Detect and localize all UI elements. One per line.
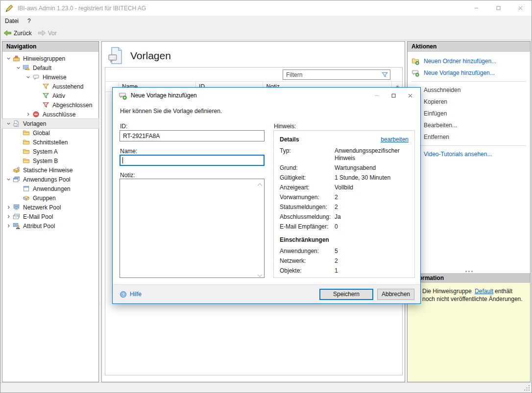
- nav-item-label: Abgeschlossen: [52, 102, 92, 109]
- maximize-button[interactable]: [487, 0, 509, 16]
- help-label: Hilfe: [130, 291, 142, 298]
- detail-value: 5: [335, 248, 409, 255]
- name-label: Name:: [120, 148, 137, 155]
- action-label: Einfügen: [424, 110, 447, 117]
- back-arrow-icon: [3, 29, 12, 37]
- default-link[interactable]: Default: [475, 288, 493, 295]
- resize-grip[interactable]: [524, 385, 530, 391]
- menu-help[interactable]: ?: [23, 17, 35, 25]
- nav-item-ausstehend[interactable]: Ausstehend: [2, 82, 98, 91]
- nav-item-hinweise[interactable]: Hinweise: [2, 72, 98, 82]
- action-einf-gen[interactable]: Einfügen: [408, 108, 530, 119]
- back-button[interactable]: Zurück: [0, 27, 35, 39]
- close-button[interactable]: [509, 0, 532, 16]
- filter-input[interactable]: [283, 69, 390, 80]
- expander-spacer: [34, 83, 42, 91]
- funnel-green-icon: [42, 92, 50, 100]
- new-template-dialog: Neue Vorlage hinzufügen Hier können Sie …: [112, 87, 421, 304]
- group-icon: [23, 194, 30, 202]
- expander-spacer: [14, 139, 23, 146]
- page-title: Vorlagen: [130, 50, 171, 62]
- action-bearbeiten[interactable]: Bearbeiten...: [408, 119, 530, 131]
- nav-item-gruppen[interactable]: Gruppen: [2, 193, 98, 203]
- detail-value: 1: [335, 277, 409, 278]
- hint-group-icon: [13, 55, 21, 63]
- email-pool-icon: [13, 213, 21, 221]
- nav-item-schnittstellen[interactable]: Schnittstellen: [2, 138, 98, 147]
- nav-item-label: System A: [33, 148, 58, 155]
- minimize-button[interactable]: [465, 0, 487, 16]
- detail-value: Wartungsabend: [335, 164, 409, 172]
- bearbeiten-link[interactable]: bearbeiten: [381, 136, 409, 143]
- nav-item-label: Ausschlüsse: [43, 111, 75, 118]
- nav-item-ausschl-sse[interactable]: Ausschlüsse: [2, 110, 98, 119]
- nav-item-statische-hinweise[interactable]: Statische Hinweise: [2, 165, 98, 175]
- action-label: Video-Tutorials ansehen...: [424, 151, 492, 158]
- cancel-button[interactable]: Abbrechen: [377, 289, 414, 300]
- chevron-down-icon[interactable]: [14, 64, 23, 72]
- chevron-down-icon[interactable]: [4, 120, 13, 128]
- notiz-field-frame: [120, 179, 265, 278]
- nav-item-abgeschlossen[interactable]: Abgeschlossen: [2, 100, 98, 110]
- detail-label: Anzeigeart:: [280, 184, 335, 191]
- chevron-down-icon[interactable]: [4, 55, 13, 63]
- chevron-right-icon[interactable]: [24, 111, 32, 118]
- nav-item-label: Statische Hinweise: [23, 167, 73, 174]
- name-field[interactable]: [120, 155, 265, 166]
- chevron-down-icon[interactable]: [24, 73, 32, 81]
- nav-item-attribut-pool[interactable]: Attribut Pool: [2, 221, 98, 231]
- expander-spacer: [14, 148, 23, 156]
- detail-label: E-Mail Empfänger:: [280, 223, 335, 231]
- nav-item-e-mail-pool[interactable]: E-Mail Pool: [2, 212, 98, 221]
- detail-label: Grund:: [280, 164, 335, 172]
- action-entfernen[interactable]: Entfernen: [408, 131, 530, 143]
- nav-item-netzwerk-pool[interactable]: Netzwerk Pool: [2, 203, 98, 212]
- detail-value: 1: [335, 267, 409, 275]
- nav-item-anwendungs-pool[interactable]: Anwendungs Pool: [2, 175, 98, 184]
- forward-button[interactable]: Vor: [35, 27, 60, 39]
- action-neuen-ordner-hinzuf-gen[interactable]: Neuen Ordner hinzufügen...: [408, 55, 530, 67]
- actions-separator: [411, 145, 526, 146]
- chevron-right-icon[interactable]: [4, 204, 13, 211]
- forward-label: Vor: [48, 30, 57, 37]
- expander-spacer: [14, 194, 23, 202]
- panel-splitter[interactable]: [408, 269, 530, 273]
- nav-item-system-b[interactable]: System B: [2, 156, 98, 165]
- nav-item-default[interactable]: Default: [2, 63, 98, 72]
- action-video-tutorials-ansehen[interactable]: Video-Tutorials ansehen...: [408, 148, 530, 160]
- expander-spacer: [14, 185, 23, 193]
- nav-item-anwendungen[interactable]: Anwendungen: [2, 184, 98, 193]
- app-logo-icon: [5, 4, 14, 13]
- expander-spacer: [14, 157, 23, 165]
- info-text-before: Die Hinweisgruppe: [422, 288, 472, 295]
- nav-item-global[interactable]: Global: [2, 128, 98, 138]
- scroll-down-icon[interactable]: [257, 272, 263, 276]
- information-header: Information: [408, 273, 530, 283]
- dialog-maximize-button[interactable]: [385, 88, 402, 103]
- dialog-minimize-button[interactable]: [368, 88, 385, 103]
- menu-datei[interactable]: Datei: [0, 17, 23, 25]
- nav-item-vorlagen[interactable]: Vorlagen: [2, 119, 98, 128]
- dialog-subtitle: Hier können Sie die Vorlage definieren.: [120, 108, 222, 115]
- nav-item-label: Vorlagen: [23, 120, 46, 127]
- chevron-down-icon[interactable]: [4, 176, 13, 184]
- action-neue-vorlage-hinzuf-gen[interactable]: Neue Vorlage hinzufügen...: [408, 67, 530, 79]
- chevron-right-icon[interactable]: [4, 213, 13, 221]
- notiz-field[interactable]: [120, 179, 264, 277]
- scroll-up-icon[interactable]: [257, 181, 263, 185]
- action-ausschneiden[interactable]: Ausschneiden: [408, 84, 530, 96]
- actions-panel: Aktionen Neuen Ordner hinzufügen...Neue …: [407, 41, 531, 382]
- nav-item-hinweisgruppen[interactable]: Hinweisgruppen: [2, 54, 98, 63]
- help-link[interactable]: ? Hilfe: [120, 291, 142, 298]
- id-field[interactable]: [120, 130, 265, 141]
- window-title: IBI-aws Admin 1.23.0 - registriert für I…: [18, 5, 146, 12]
- filter-funnel-icon[interactable]: [381, 71, 388, 78]
- chevron-right-icon[interactable]: [4, 222, 13, 230]
- action-kopieren[interactable]: Kopieren: [408, 96, 530, 108]
- nav-item-aktiv[interactable]: Aktiv: [2, 91, 98, 100]
- detail-label: Objekte:: [280, 267, 335, 275]
- nav-item-label: Global: [33, 130, 50, 137]
- nav-item-system-a[interactable]: System A: [2, 147, 98, 156]
- dialog-close-button[interactable]: [402, 88, 418, 103]
- save-button[interactable]: Speichern: [319, 289, 373, 300]
